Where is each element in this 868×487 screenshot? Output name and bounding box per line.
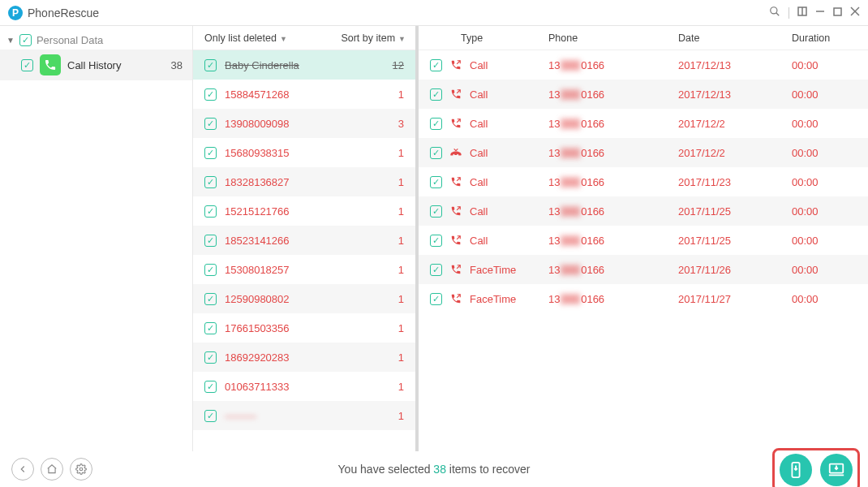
- checkbox[interactable]: [430, 205, 442, 218]
- checkbox[interactable]: [204, 351, 217, 364]
- call-row[interactable]: Call1300001662017/11/2500:00: [419, 226, 868, 255]
- contact-name: 15680938315: [225, 147, 390, 159]
- checkbox[interactable]: [430, 176, 442, 188]
- call-duration: 00:00: [792, 59, 868, 71]
- checkbox[interactable]: [430, 293, 442, 305]
- call-duration: 00:00: [792, 293, 868, 305]
- checkbox[interactable]: [430, 88, 442, 101]
- call-row[interactable]: Call1300001662017/12/1300:00: [419, 80, 868, 109]
- call-duration: 00:00: [792, 264, 868, 276]
- col-header-duration: Duration: [792, 32, 868, 44]
- call-type: Call: [470, 205, 488, 218]
- checkbox[interactable]: [430, 59, 442, 71]
- contact-row[interactable]: 176615033561: [193, 313, 415, 343]
- checkbox[interactable]: [204, 410, 217, 422]
- contact-row[interactable]: 186929202831: [193, 343, 415, 372]
- contact-row[interactable]: 185231412661: [193, 226, 415, 255]
- checkbox[interactable]: [204, 293, 217, 305]
- checkbox[interactable]: [204, 147, 217, 159]
- svg-line-1: [776, 13, 780, 16]
- contact-row[interactable]: Baby Cinderella12: [193, 50, 415, 80]
- call-type: FaceTime: [470, 293, 516, 305]
- call-date: 2017/11/27: [678, 293, 792, 305]
- contact-row[interactable]: 125909808021: [193, 284, 415, 313]
- contact-name: 18328136827: [225, 176, 390, 188]
- checkbox[interactable]: [430, 118, 442, 130]
- call-row[interactable]: Call1300001662017/11/2500:00: [419, 196, 868, 226]
- call-duration: 00:00: [792, 147, 868, 159]
- calls-panel: Type Phone Date Duration Call13000016620…: [419, 26, 868, 451]
- call-type: Call: [470, 147, 488, 159]
- search-icon[interactable]: [769, 6, 780, 19]
- contact-row[interactable]: 156809383151: [193, 138, 415, 167]
- close-button[interactable]: [850, 6, 860, 19]
- contact-row[interactable]: 139080090983: [193, 109, 415, 138]
- call-type: Call: [470, 118, 488, 130]
- call-duration: 00:00: [792, 205, 868, 218]
- contact-count: 1: [398, 205, 404, 218]
- checkbox[interactable]: [430, 235, 442, 247]
- checkbox[interactable]: [19, 34, 32, 46]
- sidebar-item-call-history[interactable]: Call History 38: [0, 50, 192, 80]
- sidebar-item-label: Call History: [67, 59, 121, 71]
- contact-count: 1: [398, 293, 404, 305]
- checkbox[interactable]: [204, 88, 217, 101]
- checkbox[interactable]: [204, 381, 217, 393]
- filter-dropdown[interactable]: Only list deleted▼: [204, 32, 287, 44]
- recover-to-computer-button[interactable]: [820, 454, 853, 486]
- call-row[interactable]: Call1300001662017/11/2300:00: [419, 167, 868, 196]
- contact-count: 12: [393, 59, 404, 71]
- call-type-icon: [450, 88, 462, 100]
- call-phone: 130000166: [548, 147, 678, 159]
- chevron-down-icon: ▼: [6, 36, 15, 45]
- call-type: Call: [470, 235, 488, 247]
- home-button[interactable]: [41, 458, 63, 481]
- call-date: 2017/11/25: [678, 235, 792, 247]
- contact-row[interactable]: ———1: [193, 401, 415, 430]
- checkbox[interactable]: [204, 59, 217, 71]
- contact-count: 1: [398, 147, 404, 159]
- call-row[interactable]: Call1300001662017/12/200:00: [419, 138, 868, 167]
- checkbox[interactable]: [21, 59, 33, 71]
- layout-icon[interactable]: [797, 6, 807, 19]
- call-row[interactable]: FaceTime1300001662017/11/2700:00: [419, 284, 868, 313]
- checkbox[interactable]: [204, 235, 217, 247]
- checkbox[interactable]: [204, 118, 217, 130]
- call-date: 2017/12/2: [678, 118, 792, 130]
- contact-count: 1: [398, 88, 404, 101]
- checkbox[interactable]: [430, 147, 442, 159]
- svg-line-15: [457, 295, 460, 298]
- contact-count: 1: [398, 264, 404, 276]
- col-header-type: Type: [419, 32, 548, 44]
- contact-name: 18523141266: [225, 235, 390, 247]
- checkbox[interactable]: [430, 264, 442, 276]
- contact-row[interactable]: 153080182571: [193, 255, 415, 284]
- call-type-icon: [450, 147, 462, 158]
- recover-to-device-button[interactable]: [780, 454, 812, 486]
- tree-root-personal-data[interactable]: ▼ Personal Data: [0, 31, 192, 50]
- footer: You have selected 38 items to recover: [0, 451, 868, 487]
- checkbox[interactable]: [204, 176, 217, 188]
- minimize-button[interactable]: [815, 6, 825, 19]
- contact-row[interactable]: 158845712681: [193, 80, 415, 109]
- contact-count: 1: [398, 410, 404, 422]
- call-type-icon: [450, 205, 462, 217]
- call-date: 2017/12/13: [678, 59, 792, 71]
- contact-row[interactable]: 010637113331: [193, 372, 415, 401]
- maximize-button[interactable]: [833, 6, 842, 19]
- back-button[interactable]: [11, 458, 34, 481]
- settings-button[interactable]: [70, 458, 92, 481]
- contact-name: 15308018257: [225, 264, 390, 276]
- call-phone: 130000166: [548, 264, 678, 276]
- contact-row[interactable]: 183281368271: [193, 167, 415, 196]
- call-row[interactable]: FaceTime1300001662017/11/2600:00: [419, 255, 868, 284]
- checkbox[interactable]: [204, 264, 217, 276]
- checkbox[interactable]: [204, 322, 217, 334]
- call-row[interactable]: Call1300001662017/12/200:00: [419, 109, 868, 138]
- call-phone: 130000166: [548, 235, 678, 247]
- call-row[interactable]: Call1300001662017/12/1300:00: [419, 50, 868, 80]
- checkbox[interactable]: [204, 205, 217, 218]
- contact-row[interactable]: 152151217661: [193, 196, 415, 226]
- sort-dropdown[interactable]: Sort by item▼: [341, 32, 406, 44]
- contact-name: 12590980802: [225, 293, 390, 305]
